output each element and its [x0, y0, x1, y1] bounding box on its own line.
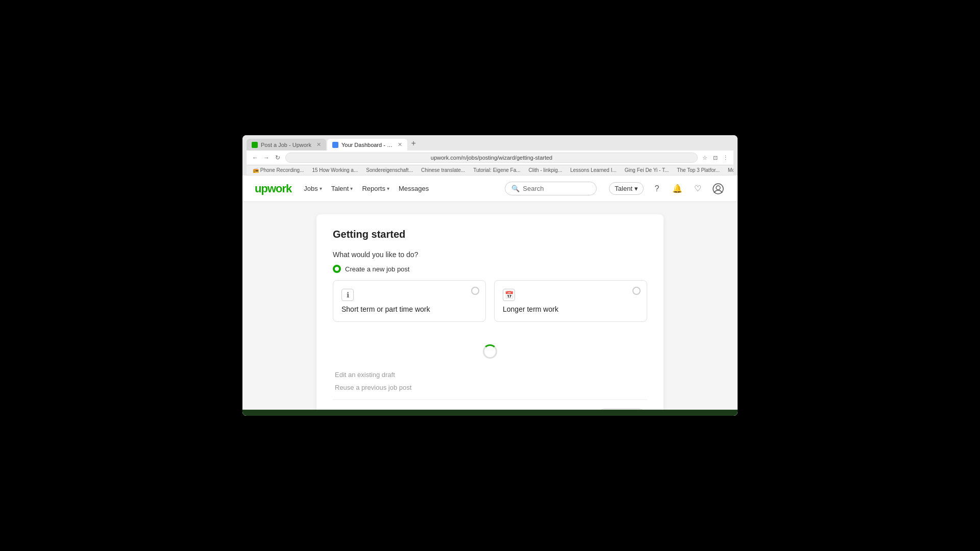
bookmark-4[interactable]: Chinese translate... — [419, 167, 467, 173]
create-new-option[interactable]: Create a new job post — [333, 265, 647, 273]
nav-buttons: ← → ↻ — [251, 153, 282, 162]
tab-dashboard[interactable]: Your Dashboard - Upwork ✕ — [327, 139, 407, 151]
dialog-card: Getting started What would you like to d… — [316, 214, 664, 410]
longer-term-label: Longer term work — [503, 305, 639, 313]
reuse-job-link[interactable]: Reuse a previous job post — [335, 384, 645, 391]
short-term-icon: ℹ — [341, 289, 354, 301]
radio-selected-icon — [333, 265, 341, 273]
bookmark-6[interactable]: Clith - linkpig... — [527, 167, 565, 173]
radio-inner — [335, 267, 339, 271]
screenshot-icon[interactable]: ⊡ — [711, 154, 719, 162]
browser-chrome: Post a Job - Upwork ✕ Your Dashboard - U… — [242, 135, 738, 176]
dialog-footer: Cancel Continue — [333, 399, 647, 410]
nav-talent-label: Talent — [331, 185, 349, 192]
bookmark-8[interactable]: Ging Fei De Yi - T... — [623, 167, 671, 173]
help-icon[interactable]: ? — [650, 182, 664, 196]
reload-button[interactable]: ↻ — [273, 153, 282, 162]
short-term-card[interactable]: ℹ Short term or part time work — [333, 280, 486, 322]
nav-jobs-label: Jobs — [304, 185, 317, 192]
tab-label-2: Your Dashboard - Upwork — [341, 142, 393, 148]
bookmark-9[interactable]: The Top 3 Platfor... — [675, 167, 722, 173]
loading-section — [333, 332, 647, 371]
loading-spinner — [483, 344, 497, 359]
url-bar[interactable]: upwork.com/n/jobs/posting/wizard/getting… — [285, 153, 698, 163]
edit-draft-link[interactable]: Edit an existing draft — [335, 371, 645, 379]
browser-actions: ☆ ⊡ ⋮ — [701, 154, 729, 162]
longer-term-icon: 📅 — [503, 289, 515, 301]
nav-reports-label: Reports — [362, 185, 385, 192]
notifications-icon[interactable]: 🔔 — [670, 182, 684, 196]
bookmark-7[interactable]: Lessons Learned I... — [568, 167, 619, 173]
menu-icon[interactable]: ⋮ — [721, 154, 729, 162]
upwork-logo[interactable]: upwork — [255, 182, 291, 195]
longer-term-card[interactable]: 📅 Longer term work — [494, 280, 647, 322]
question-text: What would you like to do? — [333, 251, 647, 259]
tab-favicon-1 — [252, 142, 258, 148]
work-type-cards: ℹ Short term or part time work 📅 Longer … — [333, 280, 647, 322]
tab-close-2[interactable]: ✕ — [398, 141, 402, 148]
talent-dropdown-chevron-icon: ▾ — [634, 185, 638, 192]
svg-point-1 — [716, 186, 720, 190]
nav-actions: Talent ▾ ? 🔔 ♡ — [609, 182, 725, 196]
talent-dropdown-label: Talent — [615, 185, 632, 192]
upwork-nav: upwork Jobs ▾ Talent ▾ Reports ▾ Message… — [242, 176, 738, 202]
nav-reports[interactable]: Reports ▾ — [362, 185, 389, 192]
nav-messages-label: Messages — [399, 185, 429, 192]
other-options: Edit an existing draft Reuse a previous … — [333, 371, 647, 391]
main-content: Getting started What would you like to d… — [242, 202, 738, 410]
reports-chevron-icon: ▾ — [387, 186, 389, 191]
search-placeholder: Search — [523, 185, 544, 192]
add-tab-button[interactable]: + — [408, 138, 419, 148]
footer-bar — [242, 410, 738, 416]
bookmark-5[interactable]: Tutorial: Eigene Fa... — [471, 167, 522, 173]
profile-icon[interactable] — [711, 182, 725, 196]
back-button[interactable]: ← — [251, 153, 260, 162]
create-new-label: Create a new job post — [345, 265, 409, 273]
bookmark-icon[interactable]: ☆ — [701, 154, 709, 162]
tab-label-1: Post a Job - Upwork — [261, 142, 311, 148]
nav-messages[interactable]: Messages — [399, 185, 429, 192]
nav-talent[interactable]: Talent ▾ — [331, 185, 353, 192]
address-bar: ← → ↻ upwork.com/n/jobs/posting/wizard/g… — [247, 151, 733, 165]
bookmarks-bar: 📻 Phone Recording... 15 How Working a...… — [247, 165, 733, 176]
talent-dropdown[interactable]: Talent ▾ — [609, 182, 644, 195]
tab-post-job[interactable]: Post a Job - Upwork ✕ — [247, 139, 326, 151]
bookmark-3[interactable]: Sondereigenschaft... — [364, 167, 415, 173]
bookmark-1[interactable]: 📻 Phone Recording... — [251, 167, 306, 173]
short-term-label: Short term or part time work — [341, 305, 477, 313]
nav-links: Jobs ▾ Talent ▾ Reports ▾ Messages — [304, 185, 493, 192]
favorites-icon[interactable]: ♡ — [691, 182, 705, 196]
bookmark-10[interactable]: Money Changes E... — [726, 167, 733, 173]
search-icon: 🔍 — [511, 185, 520, 192]
tab-bar: Post a Job - Upwork ✕ Your Dashboard - U… — [247, 138, 733, 151]
bookmark-2[interactable]: 15 How Working a... — [310, 167, 360, 173]
page-content: upwork Jobs ▾ Talent ▾ Reports ▾ Message… — [242, 176, 738, 416]
longer-term-radio — [632, 287, 641, 295]
dialog-title: Getting started — [333, 229, 647, 240]
search-bar[interactable]: 🔍 Search — [505, 182, 597, 195]
talent-chevron-icon: ▾ — [350, 186, 353, 191]
tab-close-1[interactable]: ✕ — [316, 141, 321, 148]
forward-button[interactable]: → — [262, 153, 271, 162]
tab-favicon-2 — [332, 142, 338, 148]
nav-jobs[interactable]: Jobs ▾ — [304, 185, 322, 192]
jobs-chevron-icon: ▾ — [320, 186, 322, 191]
short-term-radio — [471, 287, 479, 295]
